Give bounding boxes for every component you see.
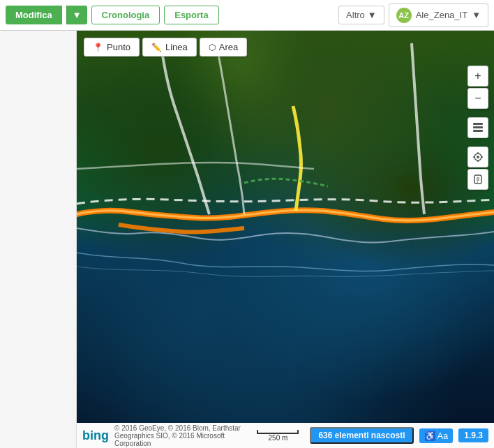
scale-label: 250 m	[269, 434, 288, 442]
layers-button[interactable]	[467, 117, 488, 138]
svg-point-4	[477, 156, 479, 158]
area-button[interactable]: ⬡ Area	[200, 38, 247, 57]
linea-icon: ✏️	[151, 43, 162, 52]
accessibility-button[interactable]: ♿ Aa	[419, 428, 454, 443]
info-button[interactable]	[467, 169, 488, 190]
altro-label: Altro	[346, 10, 365, 20]
map-bottom-bar: bing © 2016 GeoEye, © 2016 Blom, Earthst…	[77, 423, 494, 448]
accessibility-icon: ♿ Aa	[424, 431, 449, 441]
punto-icon: 📍	[93, 43, 103, 52]
zoom-out-button[interactable]: −	[467, 88, 488, 109]
svg-rect-0	[473, 123, 483, 125]
linea-label: Linea	[165, 42, 188, 52]
svg-rect-2	[473, 130, 483, 132]
satellite-layer	[77, 31, 494, 423]
copyright-text: © 2016 GeoEye, © 2016 Blom, Earthstar Ge…	[114, 424, 251, 447]
punto-label: Punto	[107, 42, 130, 52]
modifica-arrow-button[interactable]: ▼	[66, 6, 87, 24]
altro-arrow-icon: ▼	[368, 10, 377, 20]
area-label: Area	[219, 42, 238, 52]
user-label: Ale_Zena_IT	[416, 10, 467, 20]
scale-bar: 250 m	[257, 430, 299, 442]
locate-button[interactable]	[467, 147, 488, 167]
cronologia-button[interactable]: Cronologia	[91, 6, 160, 24]
avatar: AZ	[396, 8, 412, 23]
linea-button[interactable]: ✏️ Linea	[142, 38, 197, 57]
altro-button[interactable]: Altro ▼	[338, 6, 384, 24]
map-controls: + −	[467, 66, 488, 190]
controls-separator	[467, 110, 488, 116]
area-icon: ⬡	[209, 43, 216, 52]
user-arrow-icon: ▼	[472, 10, 481, 20]
main-content: 📍 Punto ✏️ Linea ⬡ Area + −	[0, 31, 494, 448]
punto-button[interactable]: 📍 Punto	[84, 38, 140, 57]
modifica-button[interactable]: Modifica	[6, 6, 62, 24]
map-container[interactable]: 📍 Punto ✏️ Linea ⬡ Area + −	[77, 31, 494, 448]
bing-logo: bing	[82, 428, 109, 443]
esporta-button[interactable]: Esporta	[164, 6, 218, 24]
main-toolbar: Modifica ▼ Cronologia Esporta Altro ▼ AZ…	[0, 0, 494, 31]
elements-hidden-badge[interactable]: 636 elementi nascosti	[310, 427, 413, 444]
svg-rect-1	[473, 126, 483, 128]
user-menu-button[interactable]: AZ Ale_Zena_IT ▼	[389, 3, 488, 27]
sidebar	[0, 31, 77, 448]
version-badge: 1.9.3	[458, 428, 488, 442]
info-icon	[472, 174, 484, 185]
controls-separator2	[467, 140, 488, 145]
layers-icon	[472, 121, 484, 134]
zoom-in-button[interactable]: +	[467, 66, 488, 87]
locate-icon	[472, 151, 484, 163]
map-drawing-toolbar: 📍 Punto ✏️ Linea ⬡ Area	[84, 38, 247, 57]
